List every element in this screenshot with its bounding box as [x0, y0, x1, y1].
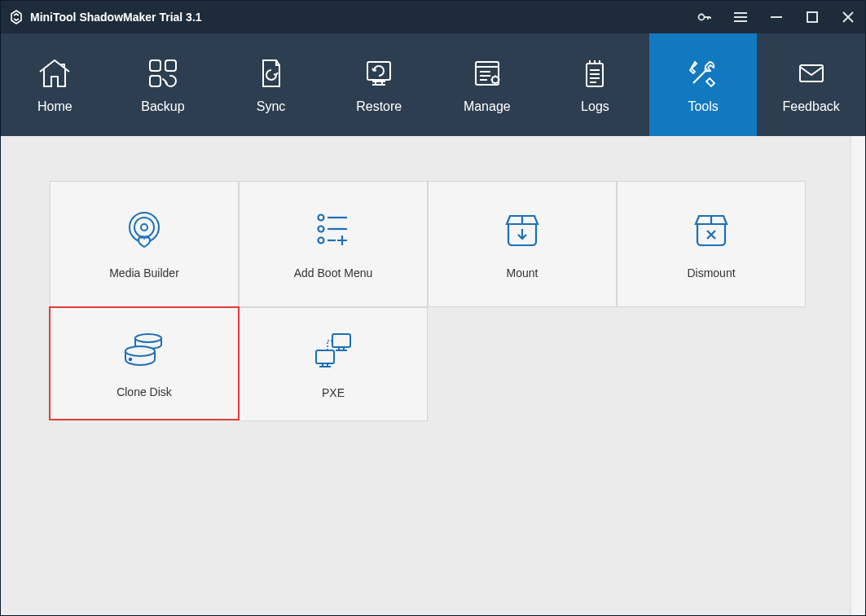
- tools-content: Media Builder Add Boot Menu: [1, 136, 865, 615]
- svg-point-7: [492, 77, 499, 83]
- nav-label: Logs: [581, 99, 609, 114]
- home-icon: [35, 55, 74, 91]
- app-logo-icon: [9, 10, 24, 24]
- nav-sync[interactable]: Sync: [217, 33, 325, 136]
- svg-point-16: [135, 334, 161, 342]
- feedback-icon: [792, 55, 831, 91]
- tool-label: Media Builder: [109, 266, 179, 279]
- tool-pxe[interactable]: PXE: [239, 307, 428, 421]
- svg-point-12: [141, 224, 147, 231]
- nav-feedback[interactable]: Feedback: [757, 33, 865, 136]
- svg-point-18: [130, 359, 132, 361]
- logs-icon: [575, 55, 614, 91]
- svg-rect-3: [165, 60, 176, 71]
- dismount-icon: [687, 209, 736, 250]
- nav-label: Manage: [464, 99, 511, 114]
- tool-label: Dismount: [687, 266, 735, 279]
- nav-label: Backup: [141, 99, 184, 114]
- svg-rect-20: [316, 350, 334, 363]
- tool-label: Clone Disk: [116, 385, 172, 398]
- tools-grid-row2: Clone Disk PXE: [50, 307, 816, 433]
- nav-restore[interactable]: Restore: [325, 33, 433, 136]
- nav-label: Home: [37, 99, 73, 114]
- svg-rect-6: [476, 62, 499, 85]
- nav-manage[interactable]: Manage: [433, 33, 542, 136]
- restore-icon: [359, 55, 398, 91]
- nav-logs[interactable]: Logs: [541, 33, 649, 136]
- maximize-icon[interactable]: [803, 8, 821, 26]
- svg-point-17: [125, 346, 155, 356]
- tools-grid-row1: Media Builder Add Boot Menu: [50, 181, 816, 307]
- nav-home[interactable]: Home: [1, 33, 109, 136]
- svg-rect-1: [807, 12, 817, 22]
- svg-point-14: [319, 226, 324, 231]
- titlebar-left: MiniTool ShadowMaker Trial 3.1: [9, 10, 696, 24]
- menu-icon[interactable]: [732, 8, 750, 26]
- titlebar-controls: [696, 8, 857, 26]
- tool-mount[interactable]: Mount: [428, 181, 617, 307]
- app-title: MiniTool ShadowMaker Trial 3.1: [30, 11, 202, 24]
- media-builder-icon: [120, 209, 169, 250]
- nav-label: Tools: [688, 99, 718, 114]
- tool-media-builder[interactable]: Media Builder: [50, 181, 239, 307]
- manage-icon: [468, 55, 507, 91]
- tool-label: Add Boot Menu: [294, 266, 373, 279]
- add-boot-menu-icon: [309, 209, 358, 250]
- svg-point-15: [319, 237, 324, 243]
- svg-rect-4: [150, 76, 160, 86]
- scrollbar[interactable]: [851, 136, 865, 615]
- mount-icon: [498, 209, 547, 250]
- backup-icon: [143, 55, 182, 91]
- close-icon[interactable]: [839, 8, 857, 26]
- nav-tools[interactable]: Tools: [649, 33, 758, 136]
- tools-icon: [684, 55, 723, 91]
- svg-rect-9: [800, 65, 823, 81]
- app-window: MiniTool ShadowMaker Trial 3.1: [0, 0, 866, 616]
- titlebar: MiniTool ShadowMaker Trial 3.1: [1, 1, 865, 33]
- tool-clone-disk[interactable]: Clone Disk: [49, 306, 240, 420]
- svg-point-11: [134, 218, 154, 237]
- tool-label: PXE: [322, 386, 345, 399]
- svg-rect-5: [367, 62, 390, 80]
- nav-backup[interactable]: Backup: [109, 33, 218, 136]
- svg-point-13: [319, 214, 324, 220]
- nav-label: Feedback: [783, 99, 840, 114]
- minimize-icon[interactable]: [767, 8, 785, 26]
- svg-rect-19: [332, 334, 350, 347]
- nav-label: Restore: [356, 99, 402, 114]
- svg-point-0: [699, 15, 705, 20]
- pxe-icon: [309, 329, 358, 370]
- nav-label: Sync: [257, 99, 286, 114]
- tool-label: Mount: [507, 266, 539, 279]
- tool-add-boot-menu[interactable]: Add Boot Menu: [239, 181, 428, 307]
- svg-rect-2: [150, 60, 160, 71]
- clone-disk-icon: [120, 328, 169, 369]
- sync-icon: [252, 55, 291, 91]
- main-nav: Home Backup Sync: [1, 33, 865, 136]
- tool-dismount[interactable]: Dismount: [617, 181, 806, 307]
- key-icon[interactable]: [696, 8, 714, 26]
